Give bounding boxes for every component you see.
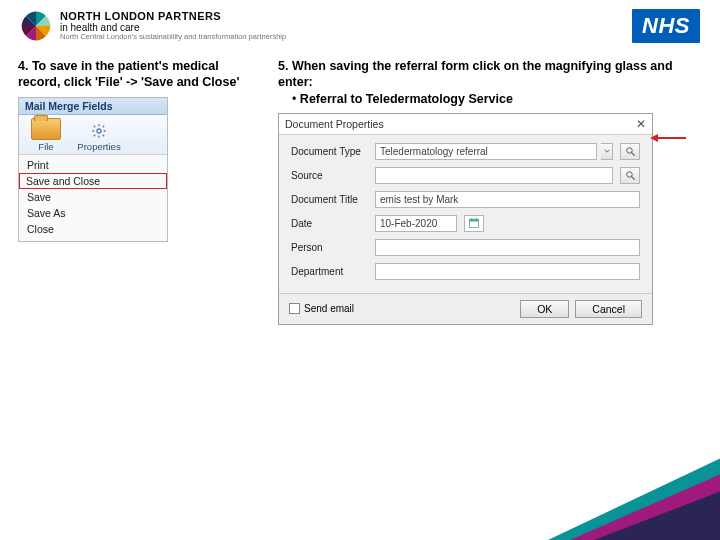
checkbox-icon [289,303,300,314]
label-document-type: Document Type [291,146,371,157]
svg-line-2 [631,152,634,155]
properties-button[interactable]: Properties [72,120,126,152]
step4-text: 4. To save in the patient's medical reco… [18,58,248,91]
document-title-field[interactable]: emis test by Mark [375,191,640,208]
page-number: 3 [670,511,678,528]
source-magnify-button[interactable] [620,167,640,184]
document-type-magnify-button[interactable] [620,143,640,160]
menu-item-close[interactable]: Close [19,221,167,237]
pinwheel-icon [18,8,54,44]
source-field[interactable] [375,167,613,184]
label-document-title: Document Title [291,194,371,205]
slide-header: NORTH LONDON PARTNERS in health and care… [0,0,720,48]
file-dropdown: Print Save and Close Save Save As Close [19,155,167,241]
person-field[interactable] [375,239,640,256]
dialog-title: Document Properties [285,118,384,130]
svg-line-4 [631,176,634,179]
svg-point-3 [626,171,632,177]
document-properties-dialog: Document Properties ✕ Document Type Tele… [278,113,653,325]
mail-merge-title: Mail Merge Fields [19,98,167,115]
properties-label: Properties [72,141,126,152]
close-icon[interactable]: ✕ [636,117,646,131]
send-email-label: Send email [304,303,354,314]
step5-bullet: Referral to Teledermatology Service [300,92,513,106]
step4-column: 4. To save in the patient's medical reco… [18,58,248,325]
calendar-icon[interactable] [464,215,484,232]
svg-rect-6 [470,220,479,222]
file-button-label: File [24,141,68,152]
file-button[interactable]: File [24,118,68,152]
document-type-chevron-down-icon[interactable] [601,143,613,160]
label-department: Department [291,266,371,277]
cancel-button[interactable]: Cancel [575,300,642,318]
nlp-logo: NORTH LONDON PARTNERS in health and care… [18,8,286,44]
menu-item-print[interactable]: Print [19,157,167,173]
corner-decoration [540,420,720,540]
step5-text: 5. When saving the referral form click o… [278,58,688,107]
svg-point-1 [626,147,632,153]
menu-item-save[interactable]: Save [19,189,167,205]
nlp-title: NORTH LONDON PARTNERS [60,11,286,23]
nhs-logo: NHS [632,9,700,43]
menu-item-save-as[interactable]: Save As [19,205,167,221]
nlp-tagline: North Central London's sustainability an… [60,33,286,41]
file-menu-screenshot: Mail Merge Fields File Properties Print … [18,97,168,242]
red-arrow [650,134,686,142]
department-field[interactable] [375,263,640,280]
date-field[interactable]: 10-Feb-2020 [375,215,457,232]
label-person: Person [291,242,371,253]
svg-point-0 [97,129,101,133]
step5-column: 5. When saving the referral form click o… [278,58,688,325]
menu-item-save-and-close[interactable]: Save and Close [19,173,167,189]
send-email-checkbox[interactable]: Send email [289,303,354,314]
ok-button[interactable]: OK [520,300,569,318]
folder-icon [31,118,61,140]
label-date: Date [291,218,371,229]
gear-icon [91,123,107,139]
document-type-field[interactable]: Teledermatology referral [375,143,597,160]
label-source: Source [291,170,371,181]
